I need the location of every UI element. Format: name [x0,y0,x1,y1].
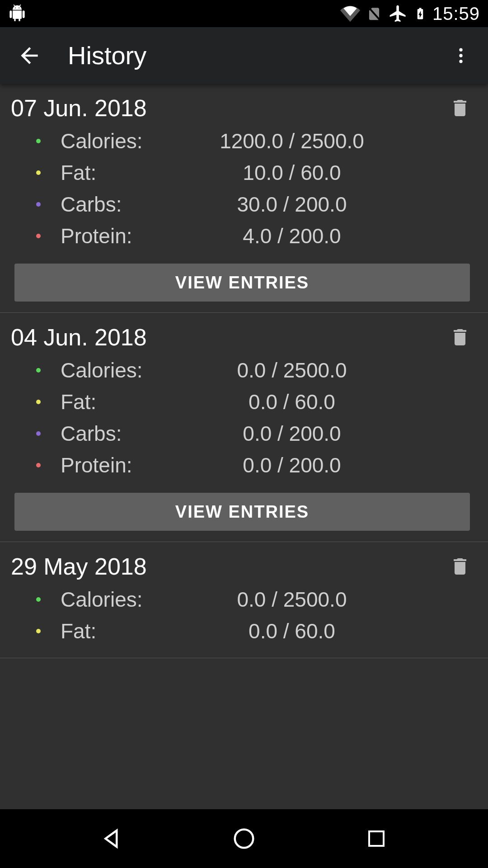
nav-back-button[interactable] [91,818,132,859]
metric-row-protein: Protein:4.0 / 200.0 [11,220,474,252]
history-day-card: 29 May 2018Calories:0.0 / 2500.0Fat:0.0 … [0,542,488,658]
metric-value: 0.0 / 2500.0 [174,358,474,382]
card-header: 04 Jun. 2018 [11,324,474,351]
metric-label: Fat: [61,619,174,643]
battery-charging-icon [413,4,427,24]
metric-value: 10.0 / 60.0 [174,160,474,185]
card-header: 29 May 2018 [11,553,474,580]
wifi-icon [340,4,360,24]
page-title: History [68,41,447,70]
svg-point-4 [235,830,253,848]
circle-home-icon [232,826,256,851]
bullet-icon [36,234,41,238]
metric-label: Carbs: [61,192,174,217]
more-vert-icon [451,46,471,66]
metric-row-fat: Fat:10.0 / 60.0 [11,157,474,189]
bullet-icon [36,400,41,404]
trash-icon [449,325,471,349]
metric-label: Protein: [61,453,174,477]
bullet-icon [36,170,41,175]
view-entries-button[interactable]: VIEW ENTRIES [14,493,470,531]
metric-value: 0.0 / 2500.0 [174,587,474,612]
metric-label: Protein: [61,224,174,248]
metric-row-calories: Calories:0.0 / 2500.0 [11,354,474,386]
arrow-back-icon [17,43,42,68]
metric-label: Fat: [61,390,174,414]
metric-row-protein: Protein:0.0 / 200.0 [11,449,474,481]
metric-label: Carbs: [61,421,174,446]
bullet-icon [36,597,41,602]
bullet-icon [36,629,41,633]
app-bar: History [0,27,488,84]
delete-day-button[interactable] [446,553,474,580]
no-sim-icon [366,4,383,24]
metric-value: 0.0 / 200.0 [174,453,474,477]
triangle-back-icon [99,826,124,851]
metric-row-carbs: Carbs:30.0 / 200.0 [11,189,474,220]
trash-icon [449,96,471,120]
metric-label: Fat: [61,160,174,185]
metric-value: 0.0 / 60.0 [174,390,474,414]
bullet-icon [36,202,41,207]
metric-row-calories: Calories:1200.0 / 2500.0 [11,125,474,157]
system-navigation-bar [0,809,488,868]
metric-value: 1200.0 / 2500.0 [174,129,474,153]
day-date: 04 Jun. 2018 [11,324,446,351]
airplane-mode-icon [388,4,408,24]
svg-point-1 [459,48,462,51]
view-entries-button[interactable]: VIEW ENTRIES [14,264,470,302]
history-day-card: 04 Jun. 2018Calories:0.0 / 2500.0Fat:0.0… [0,313,488,542]
bullet-icon [36,463,41,467]
nav-home-button[interactable] [224,818,264,859]
metric-value: 0.0 / 200.0 [174,421,474,446]
bullet-icon [36,368,41,373]
nav-recents-button[interactable] [356,818,397,859]
bullet-icon [36,139,41,143]
bullet-icon [36,431,41,436]
delete-day-button[interactable] [446,94,474,122]
card-header: 07 Jun. 2018 [11,94,474,122]
history-day-card: 07 Jun. 2018Calories:1200.0 / 2500.0Fat:… [0,84,488,313]
svg-point-3 [459,60,462,63]
metric-row-carbs: Carbs:0.0 / 200.0 [11,418,474,449]
svg-point-2 [459,54,462,57]
more-options-button[interactable] [447,46,474,66]
metric-label: Calories: [61,587,174,612]
svg-rect-5 [369,831,384,846]
history-list: 07 Jun. 2018Calories:1200.0 / 2500.0Fat:… [0,84,488,809]
android-head-icon [8,5,26,23]
metric-value: 4.0 / 200.0 [174,224,474,248]
back-button[interactable] [14,43,45,68]
metric-row-fat: Fat:0.0 / 60.0 [11,615,474,647]
trash-icon [449,554,471,579]
status-clock: 15:59 [432,4,480,24]
system-status-bar: 15:59 [0,0,488,27]
metric-label: Calories: [61,129,174,153]
square-recents-icon [366,828,387,849]
metric-value: 30.0 / 200.0 [174,192,474,217]
metric-value: 0.0 / 60.0 [174,619,474,643]
day-date: 07 Jun. 2018 [11,94,446,122]
metric-row-fat: Fat:0.0 / 60.0 [11,386,474,418]
metric-label: Calories: [61,358,174,382]
metric-row-calories: Calories:0.0 / 2500.0 [11,584,474,615]
delete-day-button[interactable] [446,324,474,351]
day-date: 29 May 2018 [11,553,446,580]
